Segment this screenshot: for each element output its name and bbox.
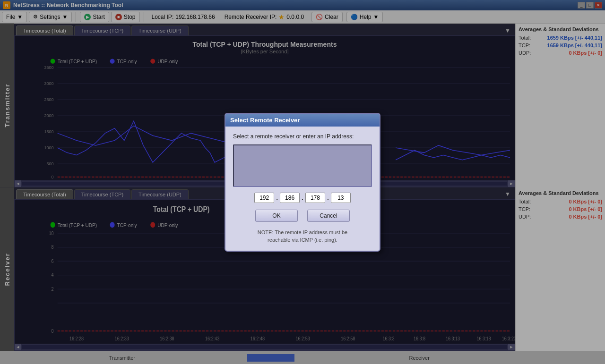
ip-address-input-row: . . . <box>233 193 372 203</box>
dialog-title: Select Remote Receiver <box>230 117 300 124</box>
ip-dot-2: . <box>301 194 304 202</box>
ip-octet-4[interactable] <box>331 193 351 203</box>
ip-octet-1[interactable] <box>254 193 274 203</box>
dialog-ok-button[interactable]: OK <box>255 210 298 222</box>
dialog-instruction-label: Select a remote receiver or enter an IP … <box>233 133 372 140</box>
dialog-overlay: Select Remote Receiver Select a remote r… <box>0 0 605 364</box>
ip-dot-3: . <box>326 194 330 202</box>
ip-octet-3[interactable] <box>305 193 325 203</box>
ip-dot-1: . <box>275 194 279 202</box>
dialog-buttons: OK Cancel <box>233 210 372 222</box>
dialog-title-bar: Select Remote Receiver <box>225 114 380 127</box>
ip-octet-2[interactable] <box>280 193 300 203</box>
dialog-note: NOTE: The remote IP address must bereach… <box>233 229 372 244</box>
select-remote-receiver-dialog: Select Remote Receiver Select a remote r… <box>225 113 380 252</box>
remote-receiver-listbox[interactable] <box>233 144 372 187</box>
dialog-body: Select a remote receiver or enter an IP … <box>225 127 380 251</box>
dialog-cancel-button[interactable]: Cancel <box>307 210 350 222</box>
